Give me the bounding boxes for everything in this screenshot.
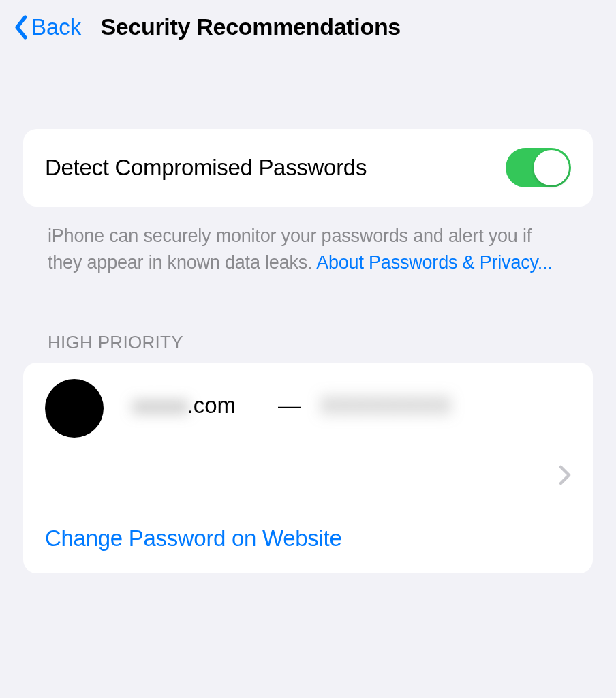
back-label: Back: [31, 14, 81, 40]
toggle-knob: [534, 150, 569, 185]
chevron-right-icon: [559, 465, 571, 488]
section-header-high-priority: HIGH PRIORITY: [23, 332, 593, 363]
entry-text: xxxxx .com — XXXXXXXX: [132, 393, 452, 419]
high-priority-card: xxxxx .com — XXXXXXXX Change Password on…: [23, 363, 593, 573]
domain-suffix: .com: [187, 393, 236, 419]
about-passwords-privacy-link[interactable]: About Passwords & Privacy...: [316, 252, 553, 273]
detect-compromised-label: Detect Compromised Passwords: [45, 155, 367, 181]
entry-separator: —: [278, 393, 301, 419]
detect-compromised-toggle[interactable]: [506, 148, 571, 187]
page-title: Security Recommendations: [100, 14, 401, 40]
footer-description: iPhone can securely monitor your passwor…: [23, 207, 593, 276]
change-password-row[interactable]: Change Password on Website: [23, 506, 593, 573]
account-redacted: XXXXXXXX: [321, 393, 452, 419]
detect-compromised-cell: Detect Compromised Passwords: [23, 129, 593, 207]
site-icon: [45, 379, 104, 438]
domain-prefix-redacted: xxxxx: [132, 393, 189, 419]
nav-bar: Back Security Recommendations: [0, 0, 616, 54]
change-password-label: Change Password on Website: [45, 526, 571, 551]
chevron-left-icon: [14, 15, 29, 40]
back-button[interactable]: Back: [14, 14, 81, 40]
password-entry-row[interactable]: xxxxx .com — XXXXXXXX: [23, 363, 593, 506]
